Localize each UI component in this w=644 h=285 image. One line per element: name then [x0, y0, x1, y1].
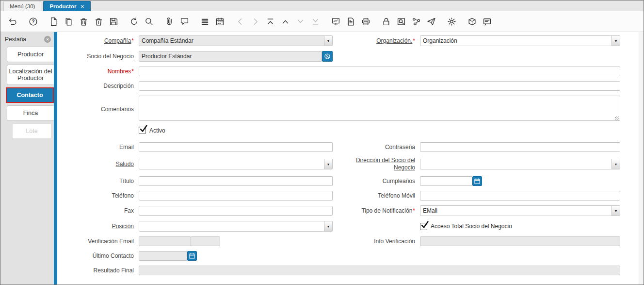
- field-label-ultimo-contacto: Último Contacto: [57, 252, 134, 260]
- preference-icon[interactable]: [445, 15, 458, 28]
- chevron-down-icon[interactable]: ▾: [612, 36, 620, 46]
- contrasena-input[interactable]: [420, 142, 620, 152]
- email-input[interactable]: [139, 142, 333, 152]
- copy-record-icon[interactable]: [62, 15, 75, 28]
- nombres-input[interactable]: [139, 67, 620, 76]
- cumpleanos-input[interactable]: [420, 176, 472, 186]
- collapse-sidebar-icon[interactable]: ✕: [44, 36, 51, 43]
- grid-toggle-icon[interactable]: [198, 15, 211, 28]
- calendar-icon[interactable]: [472, 176, 482, 186]
- field-label-compania[interactable]: Compañía*: [57, 37, 134, 45]
- first-record-icon[interactable]: [264, 15, 276, 28]
- tab-menu[interactable]: Menú (30): [3, 1, 41, 11]
- verificacion-email-input-2: [191, 236, 220, 246]
- row-posicion-acceso: Posición ▾ Acceso Total Socio del Negoci…: [57, 221, 614, 232]
- activo-label: Activo: [149, 127, 165, 134]
- row-resultado-final: Resultado Final: [57, 266, 614, 275]
- save-icon[interactable]: [107, 15, 120, 28]
- row-titulo-cumpleanos: Título Cumpleaños: [57, 176, 614, 186]
- field-label-direccion-socio[interactable]: Dirección del Socio del Negocio: [338, 157, 415, 171]
- row-socio-negocio: Socio del Negocio: [57, 51, 614, 62]
- acceso-total-label: Acceso Total Socio del Negocio: [431, 223, 512, 230]
- fax-input[interactable]: [139, 206, 333, 216]
- field-label-posicion[interactable]: Posición: [57, 223, 134, 230]
- close-tab-icon[interactable]: ✕: [80, 4, 84, 9]
- chevron-down-icon[interactable]: ▾: [324, 159, 332, 169]
- row-descripcion: Descripción: [57, 81, 614, 91]
- compania-select[interactable]: Compañía Estándar ▾: [139, 35, 333, 46]
- delete-selection-icon[interactable]: [92, 15, 105, 28]
- compania-value: Compañía Estándar: [139, 36, 324, 46]
- archive-icon[interactable]: [344, 15, 357, 28]
- product-info-icon[interactable]: [466, 15, 478, 28]
- vertical-scrollbar[interactable]: [639, 32, 644, 285]
- help-icon[interactable]: ?: [27, 15, 39, 28]
- field-label-socio-negocio[interactable]: Socio del Negocio: [57, 53, 134, 60]
- previous-record-icon[interactable]: [279, 15, 291, 28]
- descripcion-input[interactable]: [139, 81, 620, 91]
- zoom-across-icon[interactable]: [395, 15, 407, 28]
- report-view-icon[interactable]: [329, 15, 342, 28]
- nav-left-icon[interactable]: [234, 15, 246, 28]
- activo-checkbox-row: Activo: [139, 127, 333, 134]
- titulo-input[interactable]: [139, 176, 333, 186]
- tab-sidebar: Pestaña ✕ ProductorLocalización del Prod…: [0, 32, 54, 285]
- posicion-select[interactable]: ▾: [139, 221, 333, 232]
- sidebar-tab-contacto[interactable]: Contacto: [6, 87, 54, 103]
- calendar-icon[interactable]: [213, 15, 226, 28]
- requery-icon[interactable]: [128, 15, 140, 28]
- private-lock-icon[interactable]: [380, 15, 392, 28]
- sidebar-tab-label: Localización del Productor: [9, 68, 52, 82]
- chat-icon[interactable]: [178, 15, 191, 28]
- sidebar-tab-label: Finca: [23, 110, 38, 117]
- field-label-resultado-final: Resultado Final: [57, 267, 134, 274]
- undo-icon[interactable]: [6, 15, 19, 28]
- organizacion-select[interactable]: Organización ▾: [420, 35, 620, 46]
- sidebar-tab-localizacion-del-productor[interactable]: Localización del Productor: [7, 65, 54, 85]
- row-compania-organizacion: Compañía* Compañía Estándar ▾ Organizaci…: [57, 35, 614, 46]
- sidebar-title: Pestaña: [5, 36, 26, 43]
- telefono-input[interactable]: [139, 191, 333, 201]
- next-record-icon[interactable]: [294, 15, 306, 28]
- attachment-icon[interactable]: [163, 15, 176, 28]
- sidebar-tab-productor[interactable]: Productor: [7, 47, 54, 62]
- new-record-icon[interactable]: [47, 15, 60, 28]
- business-partner-info-icon[interactable]: [322, 51, 333, 62]
- resultado-final-input: [139, 266, 620, 275]
- workflow-icon[interactable]: [410, 15, 422, 28]
- comentarios-textarea[interactable]: [139, 96, 620, 121]
- direccion-socio-select[interactable]: ▾: [420, 159, 620, 169]
- chevron-down-icon[interactable]: ▾: [324, 36, 332, 46]
- request-icon[interactable]: [425, 15, 437, 28]
- telefono-movil-input[interactable]: [420, 191, 620, 201]
- verificacion-email-fields: [139, 236, 333, 246]
- chevron-down-icon[interactable]: ▾: [612, 159, 620, 169]
- print-icon[interactable]: [359, 15, 372, 28]
- sidebar-tab-lote[interactable]: Lote: [12, 123, 51, 139]
- field-label-organizacion[interactable]: Organización.*: [338, 37, 415, 45]
- delete-record-icon[interactable]: [77, 15, 90, 28]
- saludo-select[interactable]: ▾: [139, 159, 333, 169]
- sidebar-tab-finca[interactable]: Finca: [7, 105, 54, 121]
- chevron-down-icon[interactable]: ▾: [612, 206, 620, 216]
- find-icon[interactable]: [143, 15, 155, 28]
- tab-menu-label: Menú (30): [10, 3, 35, 9]
- posicion-value: [139, 221, 324, 231]
- organizacion-value: Organización: [420, 36, 612, 46]
- last-record-icon[interactable]: [309, 15, 322, 28]
- acceso-total-checkbox[interactable]: [420, 223, 427, 230]
- log-icon[interactable]: [481, 15, 493, 28]
- application-window: Menú (30) Productor ✕ ? Pestaña ✕ Produc…: [0, 0, 644, 285]
- field-label-nombres: Nombres*: [57, 68, 134, 75]
- nav-right-icon[interactable]: [249, 15, 261, 28]
- toolbar: ?: [0, 11, 644, 32]
- activo-checkbox[interactable]: [139, 127, 146, 134]
- sidebar-tab-label: Contacto: [16, 92, 43, 99]
- tipo-notificacion-select[interactable]: EMail ▾: [420, 205, 620, 216]
- tab-productor[interactable]: Productor ✕: [43, 1, 90, 11]
- chevron-down-icon[interactable]: ▾: [324, 221, 332, 231]
- calendar-icon[interactable]: [187, 251, 197, 261]
- direccion-socio-value: [420, 159, 612, 169]
- acceso-total-checkbox-row: Acceso Total Socio del Negocio: [420, 223, 620, 230]
- field-label-saludo[interactable]: Saludo: [57, 161, 134, 168]
